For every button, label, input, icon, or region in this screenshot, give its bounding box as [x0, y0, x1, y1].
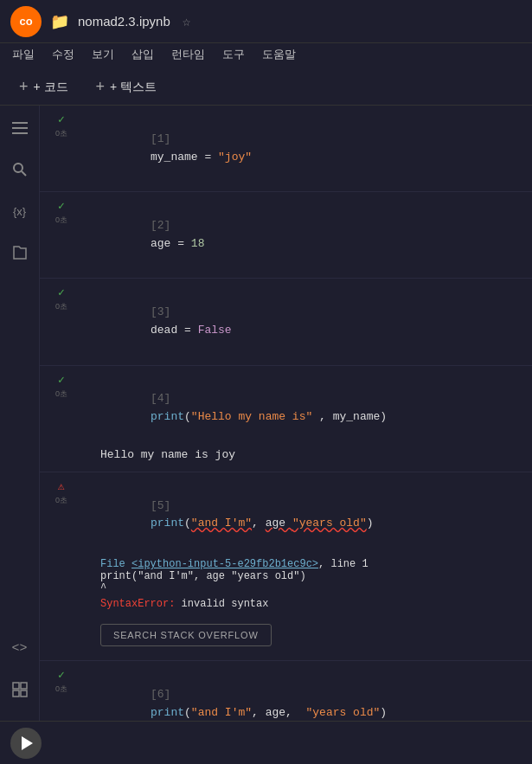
svg-line-4 [22, 171, 26, 176]
sidebar-files-icon[interactable] [8, 241, 32, 265]
menubar: 파일 수정 보기 삽입 런타임 도구 도움말 [0, 43, 532, 69]
cell-4-output: Hello my name is joy [83, 445, 527, 465]
filename: nomad2.3.ipynb [78, 14, 170, 29]
add-code-button[interactable]: + + 코드 [12, 74, 75, 100]
cell-5-body[interactable]: [5] print("and I'm", age "years old") Fi… [83, 472, 532, 660]
cell-2: ✓ 0초 [2] age = 18 [40, 192, 532, 279]
svg-rect-7 [13, 690, 19, 697]
cell-5-status: ⚠ [58, 479, 65, 493]
menu-runtime[interactable]: 런타임 [171, 47, 205, 62]
colab-logo: co [10, 6, 42, 37]
cell-5-time: 0초 [55, 495, 67, 506]
play-icon [22, 736, 33, 750]
add-code-label: + 코드 [34, 80, 68, 95]
cell-2-status: ✓ [58, 199, 65, 213]
cell-5-error: File <ipython-input-5-e29fb2b1ec9c>, lin… [83, 551, 527, 617]
menu-file[interactable]: 파일 [12, 47, 35, 62]
cell-3-gutter: ✓ 0초 [40, 279, 83, 364]
sidebar-search-icon[interactable] [8, 157, 32, 182]
cell-2-gutter: ✓ 0초 [40, 192, 83, 278]
cell-4-code: [4] print("Hello my name is" , my_name) [83, 373, 527, 445]
cell-6-status: ✓ [58, 668, 65, 682]
cell-3-code: [3] dead = False [83, 286, 527, 357]
cell-2-code: [2] age = 18 [83, 199, 527, 271]
svg-point-3 [14, 164, 22, 172]
menu-view[interactable]: 보기 [92, 47, 114, 62]
add-text-label: + 텍스트 [110, 80, 157, 95]
cell-5-code: [5] print("and I'm", age "years old") [83, 479, 527, 551]
cell-1-body[interactable]: [1] my_name = "joy" [83, 106, 532, 191]
cell-2-body[interactable]: [2] age = 18 [83, 192, 532, 278]
cell-4-body[interactable]: [4] print("Hello my name is" , my_name) … [83, 366, 532, 472]
cell-1-time: 0초 [55, 128, 67, 139]
cell-1-status: ✓ [58, 112, 65, 126]
cell-6-gutter: ✓ 0초 [40, 661, 83, 721]
cell-6: ✓ 0초 [6] print("and I'm", age, "years ol… [40, 661, 532, 721]
svg-rect-6 [21, 683, 27, 689]
sidebar-menu-icon[interactable] [8, 116, 32, 140]
menu-edit[interactable]: 수정 [52, 47, 74, 62]
sidebar: {x} <> [0, 106, 40, 721]
sidebar-snippets-icon[interactable] [8, 677, 32, 702]
error-print-line: print("and I'm", age "years old") [100, 570, 516, 582]
cell-3: ✓ 0초 [3] dead = False [40, 279, 532, 365]
cell-4: ✓ 0초 [4] print("Hello my name is" , my_n… [40, 366, 532, 472]
svg-rect-1 [12, 127, 28, 129]
play-button[interactable] [10, 728, 42, 759]
main-layout: {x} <> ✓ 0초 [1] my_name = "joy" [0, 106, 532, 721]
cell-1-gutter: ✓ 0초 [40, 106, 83, 191]
header: co 📁 nomad2.3.ipynb ☆ [0, 0, 532, 43]
sidebar-code-icon[interactable]: <> [8, 636, 32, 660]
sidebar-bottom: <> [8, 636, 32, 710]
sidebar-variables-icon[interactable]: {x} [8, 199, 32, 223]
svg-rect-2 [12, 132, 28, 134]
error-message-line: SyntaxError: invalid syntax [100, 598, 516, 610]
svg-rect-5 [13, 683, 19, 689]
toolbar: + + 코드 + + 텍스트 [0, 69, 532, 106]
cell-2-time: 0초 [55, 215, 67, 226]
menu-insert[interactable]: 삽입 [131, 47, 154, 62]
error-file-line: File <ipython-input-5-e29fb2b1ec9c>, lin… [100, 558, 516, 570]
plus-icon2: + [96, 78, 106, 96]
error-caret-line: ^ [100, 582, 516, 594]
bottom-bar [0, 721, 532, 764]
cell-6-body[interactable]: [6] print("and I'm", age, "years old") a… [83, 661, 532, 721]
cell-3-status: ✓ [58, 286, 65, 299]
add-text-button[interactable]: + + 텍스트 [89, 74, 164, 100]
star-icon[interactable]: ☆ [183, 13, 191, 30]
drive-icon: 📁 [50, 12, 69, 31]
cell-3-body[interactable]: [3] dead = False [83, 279, 532, 364]
menu-help[interactable]: 도움말 [262, 47, 296, 62]
svg-rect-8 [21, 690, 27, 697]
cell-4-status: ✓ [58, 373, 65, 387]
cell-1: ✓ 0초 [1] my_name = "joy" [40, 106, 532, 192]
svg-rect-0 [12, 122, 28, 124]
cell-3-time: 0초 [55, 301, 67, 312]
notebook-content: ✓ 0초 [1] my_name = "joy" ✓ 0초 [2] age = … [40, 106, 532, 721]
cell-1-code: [1] my_name = "joy" [83, 112, 527, 184]
menu-tools[interactable]: 도구 [222, 47, 245, 62]
cell-5: ⚠ 0초 [5] print("and I'm", age "years old… [40, 472, 532, 661]
search-stackoverflow-button[interactable]: SEARCH STACK OVERFLOW [100, 624, 272, 646]
cell-4-time: 0초 [55, 388, 67, 400]
cell-5-gutter: ⚠ 0초 [40, 472, 83, 660]
cell-6-time: 0초 [55, 684, 67, 695]
cell-6-code: [6] print("and I'm", age, "years old") [83, 668, 527, 721]
cell-4-gutter: ✓ 0초 [40, 366, 83, 472]
plus-icon: + [19, 78, 29, 96]
